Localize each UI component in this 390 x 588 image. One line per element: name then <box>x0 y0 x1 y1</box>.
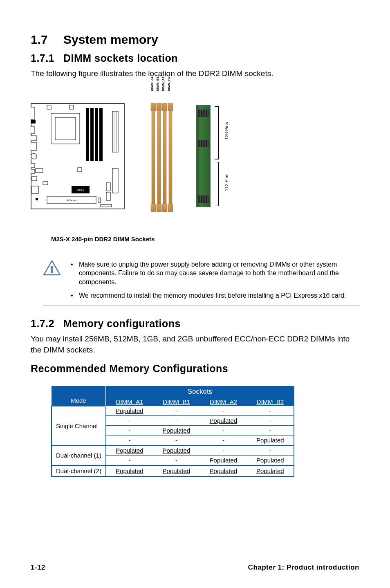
svg-rect-7 <box>31 164 35 168</box>
data-cell: - <box>106 435 153 446</box>
dimm-slot-diagram <box>149 87 178 213</box>
mode-header: Mode <box>52 386 106 406</box>
svg-rect-27 <box>106 192 110 200</box>
svg-text:PCIe slot: PCIe slot <box>67 199 77 202</box>
data-cell: - <box>106 416 153 426</box>
page-footer: 1-12 Chapter 1: Product introduction <box>31 560 359 572</box>
data-cell: Populated <box>247 435 294 446</box>
svg-rect-15 <box>95 108 98 161</box>
svg-rect-22 <box>78 168 82 172</box>
caution-icon <box>43 260 61 276</box>
svg-rect-13 <box>86 108 89 161</box>
svg-rect-16 <box>99 108 103 161</box>
caution-note: Make sure to unplug the power supply bef… <box>43 255 359 305</box>
subsection-title: Memory configurations <box>63 318 181 330</box>
section-heading: 1.7 System memory <box>31 33 359 47</box>
data-cell: - <box>200 435 247 446</box>
data-cell: - <box>153 435 200 446</box>
intro-text: The following figure illustrates the loc… <box>31 68 359 79</box>
svg-rect-17 <box>112 111 118 152</box>
sockets-header: Sockets <box>106 386 294 397</box>
svg-rect-36 <box>157 103 161 111</box>
subsection-heading: 1.7.1 DIMM sockets location <box>31 52 359 64</box>
data-cell: - <box>247 406 294 416</box>
svg-rect-39 <box>152 110 155 204</box>
page-number: 1-12 <box>31 563 45 572</box>
svg-rect-4 <box>31 136 36 141</box>
memory-config-table: Mode Sockets DIMM_A1 DIMM_B1 DIMM_A2 DIM… <box>51 386 294 477</box>
svg-rect-45 <box>162 204 167 212</box>
svg-rect-14 <box>90 108 94 161</box>
mode-cell: Dual-channel (1) <box>52 445 106 465</box>
intro-text: You may install 256MB, 512MB, 1GB, and 2… <box>31 334 359 355</box>
svg-rect-25 <box>112 168 118 193</box>
data-cell: Populated <box>153 426 200 435</box>
svg-rect-32 <box>98 198 101 203</box>
svg-rect-43 <box>151 204 156 212</box>
svg-rect-21 <box>69 105 74 109</box>
svg-text:M2S-X: M2S-X <box>77 189 84 191</box>
svg-rect-8 <box>31 169 35 173</box>
figure-caption: M2S-X 240-pin DDR2 DIMM Sockets <box>51 236 359 242</box>
data-cell: Populated <box>200 456 247 466</box>
svg-rect-20 <box>47 105 51 109</box>
data-cell: Populated <box>106 445 153 456</box>
data-cell: - <box>200 406 247 416</box>
data-cell: Populated <box>106 406 153 416</box>
ram-module-photo <box>196 105 211 207</box>
svg-rect-2 <box>31 120 36 123</box>
column-header: DIMM_B2 <box>247 397 294 406</box>
subsection-number: 1.7.2 <box>31 318 63 330</box>
chapter-label: Chapter 1: Product introduction <box>248 563 359 572</box>
column-header: DIMM_A1 <box>106 397 153 406</box>
svg-rect-40 <box>157 110 161 204</box>
note-item: We recommend to install the memory modul… <box>67 291 359 300</box>
mode-cell: Single Channel <box>52 406 106 445</box>
pin-label-bottom: 112 Pins <box>224 173 229 191</box>
svg-rect-42 <box>169 110 172 204</box>
svg-point-47 <box>51 266 54 269</box>
data-cell: Populated <box>247 456 294 466</box>
data-cell: - <box>247 445 294 456</box>
svg-rect-28 <box>43 182 48 185</box>
pin-bracket-bottom <box>215 162 219 206</box>
svg-rect-33 <box>36 198 38 200</box>
data-cell: Populated <box>153 465 200 476</box>
data-cell: - <box>106 456 153 466</box>
svg-rect-38 <box>168 103 173 111</box>
svg-rect-26 <box>106 183 110 191</box>
subsection-title: DIMM sockets location <box>63 52 178 64</box>
data-cell: Populated <box>200 416 247 426</box>
data-cell: - <box>106 426 153 435</box>
pin-label-top: 128 Pins <box>224 122 229 139</box>
section-number: 1.7 <box>31 33 63 47</box>
data-cell: - <box>153 416 200 426</box>
data-cell: - <box>153 406 200 416</box>
column-header: DIMM_A2 <box>200 397 247 406</box>
svg-rect-9 <box>36 168 43 173</box>
section-title: System memory <box>63 33 158 47</box>
data-cell: Populated <box>200 465 247 476</box>
data-cell: Populated <box>247 465 294 476</box>
svg-rect-46 <box>168 204 173 212</box>
svg-rect-29 <box>32 186 38 193</box>
svg-point-6 <box>31 153 37 159</box>
svg-rect-12 <box>55 117 76 140</box>
dimm-figure: DIMM_A1 DIMM_B1 DIMM_A2 DIMM_B2 <box>31 87 359 234</box>
svg-rect-44 <box>157 204 161 212</box>
svg-rect-34 <box>100 204 112 207</box>
column-header: DIMM_B1 <box>153 397 200 406</box>
pin-bracket-top <box>215 106 219 159</box>
subsection-number: 1.7.1 <box>31 52 63 64</box>
data-cell: Populated <box>153 445 200 456</box>
svg-rect-10 <box>32 177 37 181</box>
svg-rect-35 <box>151 103 156 111</box>
data-cell: - <box>247 416 294 426</box>
data-cell: - <box>153 456 200 466</box>
data-cell: - <box>200 426 247 435</box>
recommended-heading: Recommended Memory Configurations <box>31 363 359 375</box>
svg-rect-3 <box>31 127 35 133</box>
subsection-heading: 1.7.2 Memory configurations <box>31 318 359 330</box>
data-cell: Populated <box>106 465 153 476</box>
note-item: Make sure to unplug the power supply bef… <box>67 260 359 287</box>
